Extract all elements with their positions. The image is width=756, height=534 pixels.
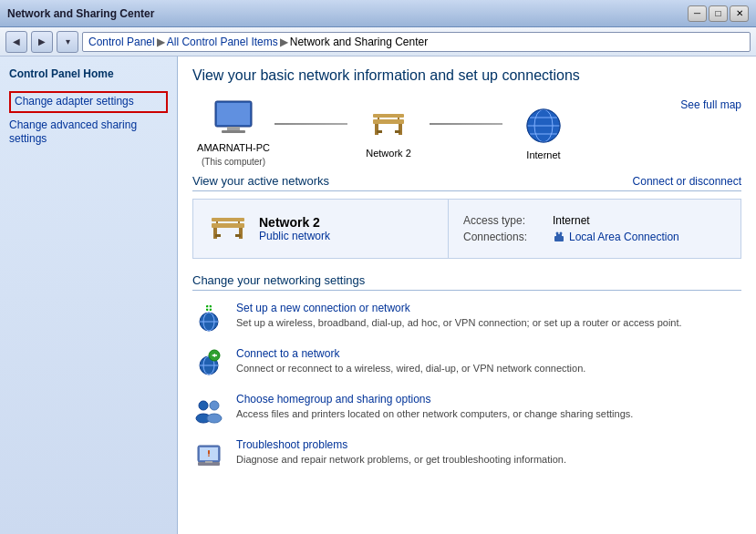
svg-rect-19 [213, 228, 217, 239]
svg-rect-9 [373, 114, 404, 118]
address-path[interactable]: Control Panel ▶ All Control Panel Items … [82, 32, 751, 52]
node-network2: Network 2 [347, 104, 430, 162]
connect-network-icon [192, 347, 225, 380]
computer-icon [210, 98, 257, 139]
active-networks-header: View your active networks Connect or dis… [192, 174, 741, 191]
access-type-value: Internet [553, 214, 590, 227]
svg-point-42 [199, 401, 208, 410]
address-bar: ◀ ▶ ▾ Control Panel ▶ All Control Panel … [0, 27, 756, 56]
page-title: View your basic network information and … [192, 67, 741, 84]
content-area: View your basic network information and … [178, 56, 756, 534]
homegroup-desc: Access files and printers located on oth… [236, 408, 633, 419]
svg-rect-27 [556, 234, 562, 238]
computer-sublabel: (This computer) [202, 157, 265, 167]
maximize-button[interactable]: □ [709, 5, 728, 22]
dropdown-button[interactable]: ▾ [57, 31, 78, 53]
troubleshoot-icon: ! [192, 438, 225, 471]
setting-item-troubleshoot: ! Troubleshoot problems Diagnose and rep… [192, 438, 741, 471]
svg-rect-3 [222, 130, 245, 133]
network2-label: Network 2 [366, 148, 411, 159]
network-bench-icon [206, 211, 250, 247]
title-bar-buttons: ─ □ ✕ [688, 5, 749, 22]
breadcrumb-current: Network and Sharing Center [290, 36, 428, 48]
svg-point-43 [210, 401, 219, 410]
internet-icon [520, 106, 567, 146]
svg-rect-20 [239, 228, 243, 239]
network-name-block: Network 2 Public network [259, 215, 330, 242]
network-diagram: AMARNATH-PC (This computer) [192, 98, 741, 167]
svg-rect-22 [235, 234, 241, 237]
connect-disconnect-link[interactable]: Connect or disconnect [633, 175, 741, 188]
svg-rect-2 [227, 127, 240, 130]
see-full-map-link[interactable]: See full map [680, 98, 741, 111]
network2-icon [365, 104, 412, 144]
close-button[interactable]: ✕ [730, 5, 749, 22]
title-bar-text: Network and Sharing Center [7, 7, 688, 20]
sidebar-link-change-advanced[interactable]: Change advanced sharingsettings [9, 118, 168, 147]
homegroup-icon [192, 393, 225, 426]
settings-section-title: Change your networking settings [192, 273, 741, 291]
breadcrumb-all-items[interactable]: All Control Panel Items [167, 36, 278, 48]
main-layout: Control Panel Home Change adapter settin… [0, 56, 756, 534]
access-type-label: Access type: [463, 214, 545, 227]
line-1 [274, 123, 347, 125]
new-connection-link[interactable]: Set up a new connection or network [236, 302, 741, 314]
breadcrumb-control-panel[interactable]: Control Panel [88, 36, 155, 48]
network-name: Network 2 [259, 215, 330, 230]
homegroup-link[interactable]: Choose homegroup and sharing options [236, 393, 741, 406]
new-connection-desc: Set up a wireless, broadband, dial-up, a… [236, 317, 682, 328]
svg-rect-4 [373, 119, 404, 124]
svg-rect-18 [212, 223, 244, 228]
sidebar: Control Panel Home Change adapter settin… [0, 56, 178, 534]
network-info-box: Network 2 Public network Access type: In… [192, 199, 741, 259]
sidebar-home-title: Control Panel Home [9, 67, 168, 80]
svg-rect-1 [217, 103, 250, 125]
setting-item-connect-network: Connect to a network Connect or reconnec… [192, 347, 741, 380]
sidebar-link-change-adapter[interactable]: Change adapter settings [9, 91, 168, 113]
svg-rect-7 [377, 130, 382, 133]
troubleshoot-desc: Diagnose and repair network problems, or… [236, 454, 566, 465]
network-left: Network 2 Public network [193, 200, 449, 258]
connections-row: Connections: Local Area Connection [463, 231, 679, 243]
active-networks-title: View your active networks [192, 174, 329, 188]
setting-item-homegroup: Choose homegroup and sharing options Acc… [192, 393, 741, 426]
connections-label: Connections: [463, 231, 545, 243]
connection-link[interactable]: Local Area Connection [569, 231, 679, 243]
node-computer: AMARNATH-PC (This computer) [192, 98, 274, 167]
troubleshoot-text: Troubleshoot problems Diagnose and repai… [236, 438, 741, 467]
homegroup-text: Choose homegroup and sharing options Acc… [236, 393, 741, 421]
line-2 [430, 123, 502, 125]
network-type-link[interactable]: Public network [259, 230, 330, 242]
troubleshoot-link[interactable]: Troubleshoot problems [236, 438, 741, 451]
svg-rect-6 [399, 124, 402, 135]
new-connection-text: Set up a new connection or network Set u… [236, 302, 741, 330]
network-right: Access type: Internet Connections: [449, 200, 694, 258]
minimize-button[interactable]: ─ [688, 5, 707, 22]
connection-icon [553, 231, 565, 243]
forward-button[interactable]: ▶ [31, 31, 53, 53]
connect-network-desc: Connect or reconnect to a wireless, wire… [236, 363, 585, 374]
computer-label: AMARNATH-PC [197, 142, 270, 153]
svg-rect-5 [375, 124, 378, 135]
svg-point-28 [556, 232, 559, 235]
svg-point-29 [560, 232, 563, 235]
title-bar: Network and Sharing Center ─ □ ✕ [0, 0, 756, 27]
svg-rect-8 [395, 130, 400, 133]
internet-label: Internet [526, 149, 560, 160]
setting-item-new-connection: Set up a new connection or network Set u… [192, 302, 741, 334]
new-connection-icon [192, 302, 225, 334]
node-internet: Internet [502, 106, 585, 160]
connect-network-link[interactable]: Connect to a network [236, 347, 741, 360]
access-type-row: Access type: Internet [463, 214, 679, 227]
svg-rect-21 [215, 234, 221, 237]
svg-rect-23 [212, 218, 244, 221]
svg-point-45 [207, 414, 222, 423]
connect-network-text: Connect to a network Connect or reconnec… [236, 347, 741, 375]
back-button[interactable]: ◀ [5, 31, 27, 53]
